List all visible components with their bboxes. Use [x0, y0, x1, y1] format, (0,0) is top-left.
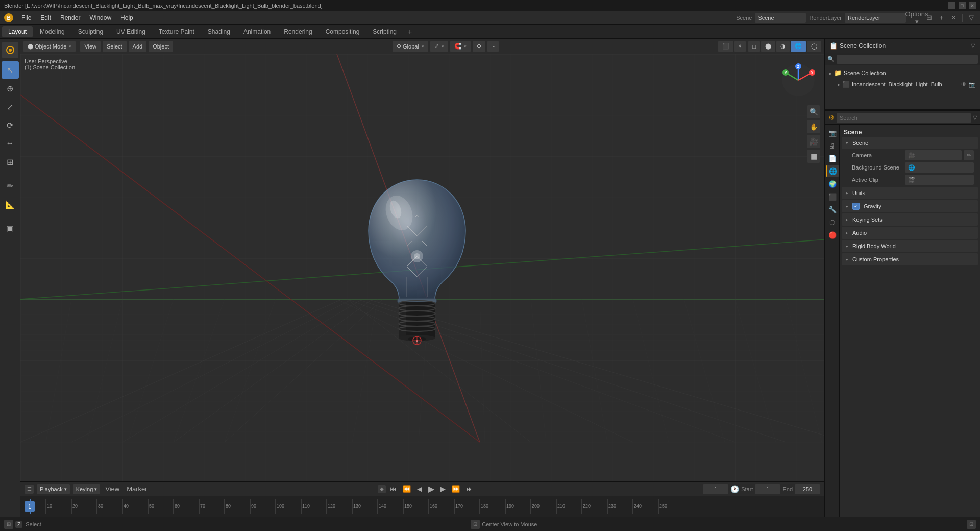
proportional-btn[interactable]: ⊙ [473, 41, 485, 52]
minimize-button[interactable]: ─ [948, 2, 955, 9]
tab-sculpting[interactable]: Sculpting [72, 26, 109, 37]
rigid-body-world-header[interactable]: ▸ Rigid Body World [842, 240, 978, 252]
proportional-type[interactable]: ~ [487, 41, 499, 52]
timeline-menu-btn[interactable]: ☰ [24, 485, 34, 494]
select-tool[interactable]: ↖ [2, 61, 19, 79]
cursor-tool[interactable]: ⊕ [2, 80, 19, 97]
scale-tool[interactable]: ↔ [2, 135, 19, 152]
background-scene-value[interactable]: 🌐 [905, 162, 974, 173]
viewport-zoom-btn[interactable]: 🔍 [807, 105, 820, 118]
play-btn[interactable]: ▶ [426, 483, 436, 495]
tab-uv-editing[interactable]: UV Editing [110, 26, 152, 37]
scene-section-header[interactable]: ▾ Scene [842, 137, 978, 149]
snap-selector[interactable]: 🧲 [450, 41, 471, 52]
camera-edit-btn[interactable]: ✏ [964, 150, 974, 160]
active-clip-value[interactable]: 🎬 [905, 175, 974, 185]
gravity-section-header[interactable]: ▸ ✓ Gravity [842, 200, 978, 212]
delete-screen-button[interactable]: ✕ [948, 12, 959, 23]
viewport[interactable]: User Perspective (1) Scene Collection Z [20, 54, 824, 481]
view-menu-timeline[interactable]: View [103, 484, 121, 494]
props-tab-modifier[interactable]: 🔧 [826, 203, 839, 215]
outliner-item-scene-collection[interactable]: ▸ 📁 Scene Collection [825, 67, 980, 79]
light-bulb-object[interactable] [361, 175, 473, 353]
props-tab-object[interactable]: ⬛ [826, 190, 839, 203]
close-button[interactable]: ✕ [969, 2, 976, 9]
add-workspace-button[interactable]: + [404, 26, 416, 38]
object-menu[interactable]: Object [149, 41, 173, 52]
keying-sets-header[interactable]: ▸ Keying Sets [842, 213, 978, 226]
mode-button[interactable] [2, 42, 18, 58]
object-types-btn[interactable]: ⬛ [718, 41, 733, 52]
custom-properties-header[interactable]: ▸ Custom Properties [842, 253, 978, 266]
mode-selector[interactable]: ⬤ Object Mode [23, 41, 76, 52]
measure-tool[interactable]: 📐 [2, 196, 19, 213]
render-icon[interactable]: 📷 [969, 81, 976, 88]
props-tab-particles[interactable]: ⬡ [826, 216, 839, 228]
menu-help[interactable]: Help [116, 13, 137, 23]
maximize-button[interactable]: □ [959, 2, 966, 9]
screen-button[interactable]: ⊞ [923, 12, 935, 23]
xray-btn[interactable]: □ [748, 41, 760, 52]
timeline-ruler[interactable]: 1 10 20 30 40 [20, 496, 824, 517]
end-frame-input[interactable]: 250 [795, 484, 820, 494]
menu-edit[interactable]: Edit [36, 13, 55, 23]
navigation-gizmo[interactable]: Z X Y [780, 62, 816, 98]
tab-layout[interactable]: Layout [2, 26, 33, 37]
render-cycles-btn[interactable]: ◯ [807, 41, 821, 52]
move-tool[interactable]: ⤢ [2, 98, 19, 115]
camera-value[interactable]: 🎥 [905, 150, 962, 160]
viewport-overlay-btn[interactable]: ▦ [807, 150, 820, 163]
current-frame-input[interactable]: 1 [703, 484, 728, 494]
render-rendered-btn[interactable]: 🌐 [791, 41, 806, 52]
menu-render[interactable]: Render [56, 13, 84, 23]
props-tab-scene[interactable]: 🌐 [826, 165, 839, 177]
tab-rendering[interactable]: Rendering [278, 26, 318, 37]
show-gizmos-btn[interactable]: ⌖ [734, 41, 746, 52]
prev-keyframe-btn[interactable]: ⏪ [401, 484, 413, 494]
tab-shading[interactable]: Shading [202, 26, 236, 37]
tab-texture-paint[interactable]: Texture Paint [153, 26, 201, 37]
new-screen-button[interactable]: ＋ [936, 12, 947, 23]
props-tab-world[interactable]: 🌍 [826, 178, 839, 190]
units-section-header[interactable]: ▸ Units [842, 187, 978, 199]
jump-end-btn[interactable]: ⏭ [464, 484, 475, 494]
global-selector[interactable]: ⊕ Global [393, 41, 428, 52]
visibility-icon[interactable]: 👁 [961, 81, 967, 87]
menu-file[interactable]: File [17, 13, 35, 23]
tab-modeling[interactable]: Modeling [34, 26, 71, 37]
next-frame-btn[interactable]: ▶ [438, 484, 448, 494]
render-solid-btn[interactable]: ⬤ [761, 41, 775, 52]
viewport-camera-btn[interactable]: 🎥 [807, 135, 820, 148]
tab-compositing[interactable]: Compositing [320, 26, 366, 37]
jump-start-btn[interactable]: ⏮ [388, 484, 399, 494]
blender-logo[interactable]: B [3, 12, 14, 23]
keying-dropdown[interactable]: Keying [73, 484, 101, 494]
menu-window[interactable]: Window [85, 13, 115, 23]
add-tool[interactable]: ▣ [2, 220, 19, 237]
start-frame-input[interactable]: 1 [755, 484, 780, 494]
transform-selector[interactable]: ⤢ [430, 41, 448, 52]
gravity-checkbox[interactable]: ✓ [852, 203, 860, 210]
render-material-btn[interactable]: ◑ [776, 41, 790, 52]
next-keyframe-btn[interactable]: ⏩ [450, 484, 462, 494]
keyframe-indicator[interactable]: ◆ [378, 485, 386, 493]
playback-dropdown[interactable]: Playback [37, 484, 70, 494]
audio-section-header[interactable]: ▸ Audio [842, 227, 978, 239]
transform-tool[interactable]: ⊞ [2, 153, 19, 171]
tab-animation[interactable]: Animation [237, 26, 277, 37]
select-menu[interactable]: Select [103, 41, 127, 52]
view-menu[interactable]: View [80, 41, 101, 52]
properties-search[interactable] [837, 113, 971, 123]
marker-menu[interactable]: Marker [125, 484, 149, 494]
filter-button[interactable]: ▽ [966, 12, 977, 23]
prev-frame-btn[interactable]: ◀ [415, 484, 424, 494]
props-options-btn[interactable]: ▽ [973, 114, 977, 121]
props-tab-view-layer[interactable]: 📄 [826, 152, 839, 164]
outliner-filter-btn[interactable]: ▽ [970, 41, 976, 50]
props-tab-physics[interactable]: 🔴 [826, 229, 839, 241]
options-button[interactable]: Options ▾ [911, 12, 922, 23]
outliner-search-input[interactable] [837, 55, 978, 64]
add-menu[interactable]: Add [129, 41, 147, 52]
rotate-tool[interactable]: ⟳ [2, 116, 19, 134]
outliner-item-bulb[interactable]: ▸ ⬛ Incandescent_Blacklight_Light_Bulb 👁… [825, 79, 980, 90]
